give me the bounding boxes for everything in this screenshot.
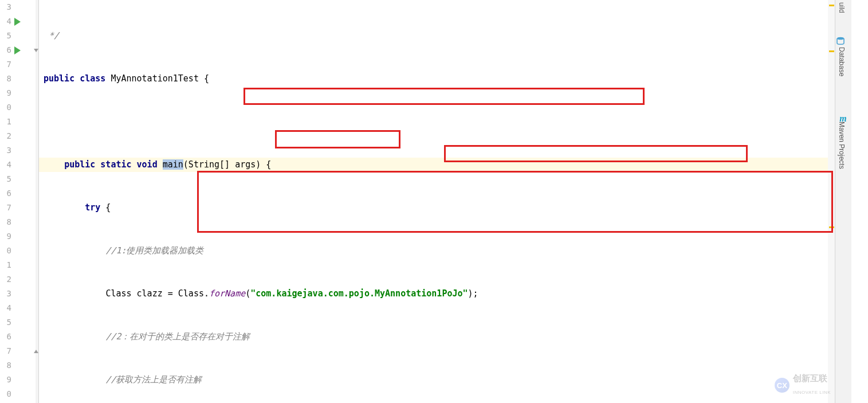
toolwindow-tab-uild[interactable]: uild bbox=[831, 0, 851, 15]
run-icon[interactable] bbox=[14, 46, 21, 54]
line-number: 3 bbox=[0, 0, 13, 14]
line-number: 4 bbox=[0, 14, 13, 29]
method-name-main: main bbox=[163, 159, 183, 170]
toolwindow-tab-label: Maven Projects bbox=[838, 122, 846, 169]
line-number: 2 bbox=[0, 129, 13, 143]
run-gutter bbox=[13, 0, 25, 403]
line-number: 9 bbox=[0, 373, 13, 387]
svg-point-2 bbox=[837, 37, 844, 40]
code-editor[interactable]: 3456789012345678901234567890 */ public c… bbox=[0, 0, 851, 403]
code-line: //获取方法上是否有注解 bbox=[39, 373, 851, 387]
watermark-icon: CX bbox=[775, 378, 790, 393]
line-number: 9 bbox=[0, 86, 13, 100]
code-line bbox=[39, 115, 851, 129]
line-number: 6 bbox=[0, 330, 13, 344]
watermark-logo: CX 创新互联 INNOVATE LINK bbox=[775, 371, 831, 400]
fold-toggle-icon[interactable] bbox=[33, 48, 39, 53]
line-number: 8 bbox=[0, 215, 13, 229]
run-icon[interactable] bbox=[14, 18, 21, 26]
line-number: 3 bbox=[0, 287, 13, 301]
line-number: 2 bbox=[0, 272, 13, 287]
line-number: 0 bbox=[0, 244, 13, 258]
database-icon bbox=[839, 37, 847, 45]
line-number: 8 bbox=[0, 358, 13, 373]
svg-marker-0 bbox=[34, 49, 38, 52]
fold-toggle-icon[interactable] bbox=[33, 349, 39, 354]
line-number: 1 bbox=[0, 115, 13, 129]
line-number: 7 bbox=[0, 201, 13, 215]
annotation-box bbox=[243, 88, 645, 105]
code-line: //2：在对于的类上是否存在对于注解 bbox=[39, 330, 851, 344]
comment-end: */ bbox=[49, 30, 59, 41]
right-tool-strip: uildDatabasemMaven Projects bbox=[835, 0, 851, 403]
line-number: 1 bbox=[0, 258, 13, 272]
line-number: 0 bbox=[0, 387, 13, 401]
line-number: 7 bbox=[0, 344, 13, 358]
line-number: 6 bbox=[0, 186, 13, 201]
line-number: 6 bbox=[0, 43, 13, 57]
toolwindow-tab-maven-projects[interactable]: mMaven Projects bbox=[831, 109, 851, 171]
line-number: 4 bbox=[0, 301, 13, 315]
line-number: 9 bbox=[0, 229, 13, 244]
toolwindow-tab-label: Database bbox=[838, 47, 846, 76]
code-area[interactable]: */ public class MyAnnotation1Test { publ… bbox=[39, 0, 851, 403]
watermark-text: 创新互联 bbox=[793, 371, 831, 385]
line-number: 4 bbox=[0, 158, 13, 172]
code-line: public class MyAnnotation1Test { bbox=[39, 72, 851, 86]
toolwindow-tab-label: uild bbox=[838, 2, 846, 13]
line-number: 5 bbox=[0, 172, 13, 186]
maven-icon: m bbox=[839, 111, 847, 119]
line-number: 7 bbox=[0, 57, 13, 72]
line-number: 3 bbox=[0, 143, 13, 158]
code-line: try { bbox=[39, 201, 851, 215]
code-line-current: public static void main(String[] args) { bbox=[39, 158, 851, 172]
svg-marker-1 bbox=[34, 350, 38, 353]
line-number: 5 bbox=[0, 29, 13, 43]
line-number: 5 bbox=[0, 315, 13, 330]
code-line: Class clazz = Class.forName("com.kaigeja… bbox=[39, 287, 851, 301]
warning-marker[interactable] bbox=[829, 226, 834, 228]
fold-gutter bbox=[25, 0, 39, 403]
toolwindow-tab-database[interactable]: Database bbox=[831, 34, 851, 79]
line-number: 8 bbox=[0, 72, 13, 86]
annotation-box bbox=[275, 130, 400, 148]
code-line: //1:使用类加载器加载类 bbox=[39, 244, 851, 258]
watermark-subtext: INNOVATE LINK bbox=[793, 385, 831, 400]
code-line: */ bbox=[39, 29, 851, 43]
gutter: 3456789012345678901234567890 bbox=[0, 0, 13, 403]
line-number: 0 bbox=[0, 100, 13, 115]
